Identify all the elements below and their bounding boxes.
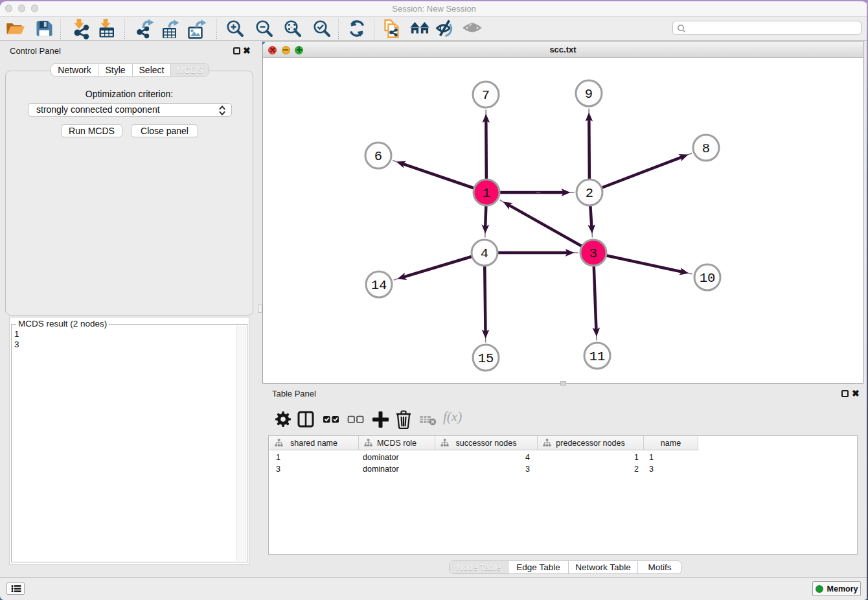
svg-text:10: 10 bbox=[700, 271, 716, 286]
svg-text:4: 4 bbox=[481, 246, 488, 261]
svg-text:14: 14 bbox=[371, 278, 387, 293]
svg-text:8: 8 bbox=[702, 141, 710, 156]
svg-text:11: 11 bbox=[589, 349, 606, 364]
svg-text:9: 9 bbox=[585, 87, 593, 102]
svg-text:15: 15 bbox=[478, 351, 494, 366]
svg-text:6: 6 bbox=[374, 149, 382, 164]
svg-text:3: 3 bbox=[589, 246, 597, 261]
svg-text:2: 2 bbox=[586, 186, 593, 201]
svg-text:7: 7 bbox=[482, 88, 490, 103]
svg-text:1: 1 bbox=[483, 186, 490, 201]
